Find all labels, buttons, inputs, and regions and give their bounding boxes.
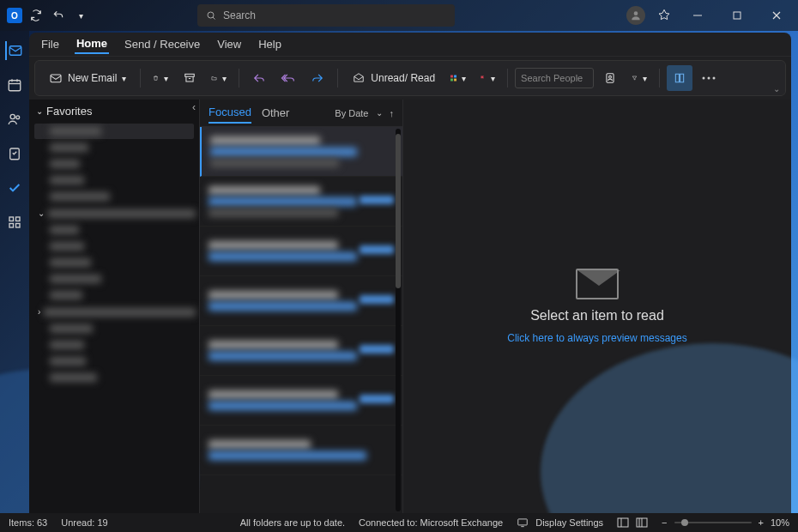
address-book-button[interactable] — [597, 65, 623, 91]
folder-item[interactable] — [34, 140, 194, 155]
minimize-button[interactable] — [683, 0, 712, 31]
titlebar-right — [626, 0, 791, 31]
view-reading-button[interactable] — [636, 517, 648, 528]
delete-button[interactable]: ▾ — [148, 65, 173, 91]
zoom-out-icon[interactable]: − — [662, 517, 667, 528]
svg-rect-22 — [450, 79, 453, 82]
folder-item[interactable] — [34, 239, 194, 254]
archive-button[interactable] — [177, 65, 203, 91]
favorites-section[interactable]: ⌄ Favorites — [29, 100, 199, 123]
status-items-count: Items: 63 — [9, 517, 47, 528]
always-preview-link[interactable]: Click here to always preview messages — [507, 332, 686, 344]
reply-button[interactable] — [246, 65, 272, 91]
chevron-down-icon: ⌄ — [38, 209, 45, 218]
svg-point-25 — [609, 76, 612, 78]
folder-item[interactable] — [34, 370, 194, 385]
scroll-thumb[interactable] — [396, 134, 401, 288]
book-icon — [674, 72, 686, 84]
flag-icon — [480, 72, 486, 84]
monitor-icon — [517, 517, 529, 528]
folder-item[interactable] — [34, 287, 194, 303]
status-sync: All folders are up to date. — [240, 517, 345, 528]
more-options-button[interactable] — [696, 65, 722, 91]
tab-help[interactable]: Help — [257, 35, 283, 53]
folder-item[interactable] — [34, 354, 194, 369]
search-people-placeholder: Search People — [521, 73, 583, 83]
message-item[interactable] — [200, 276, 402, 326]
rail-todo-icon[interactable] — [5, 178, 24, 197]
svg-point-26 — [703, 77, 705, 80]
zoom-value: 10% — [771, 517, 789, 528]
status-connection: Connected to: Microsoft Exchange — [359, 517, 503, 528]
account-header[interactable]: › — [29, 304, 199, 320]
rail-tasks-icon[interactable] — [5, 144, 24, 163]
tab-send-receive[interactable]: Send / Receive — [123, 35, 202, 53]
svg-rect-18 — [51, 75, 61, 82]
unread-read-button[interactable]: Unread/ Read — [345, 65, 442, 91]
view-normal-button[interactable] — [617, 517, 629, 528]
tab-home[interactable]: Home — [75, 34, 109, 54]
zoom-in-icon[interactable]: + — [759, 517, 764, 528]
display-settings-button[interactable]: Display Settings — [517, 517, 603, 528]
folder-item[interactable] — [34, 222, 194, 238]
folder-item[interactable] — [34, 172, 194, 188]
message-item[interactable] — [200, 426, 402, 475]
statusbar: Items: 63 Unread: 19 All folders are up … — [0, 513, 798, 532]
premium-icon[interactable] — [656, 7, 673, 24]
sort-control[interactable]: By Date ⌄ ↑ — [335, 108, 394, 118]
rail-mail-icon[interactable] — [5, 41, 24, 60]
message-item[interactable] — [200, 177, 402, 227]
new-email-button[interactable]: New Email ▾ — [42, 65, 133, 91]
svg-rect-19 — [185, 74, 195, 76]
svg-rect-23 — [454, 79, 456, 82]
qat-dropdown-icon[interactable]: ▾ — [72, 7, 89, 24]
close-button[interactable] — [762, 0, 791, 31]
message-list[interactable] — [200, 127, 402, 513]
folder-item[interactable] — [34, 189, 194, 204]
reply-all-button[interactable] — [275, 65, 301, 91]
tab-file[interactable]: File — [39, 35, 61, 53]
rail-people-icon[interactable] — [5, 110, 24, 129]
rail-more-icon[interactable] — [5, 213, 24, 232]
message-item[interactable] — [200, 326, 402, 376]
search-people-input[interactable]: Search People — [515, 68, 594, 88]
chevron-down-icon: ▾ — [164, 74, 168, 83]
account-header[interactable]: ⌄ — [29, 205, 199, 221]
svg-point-11 — [10, 114, 15, 118]
zoom-control[interactable]: − + 10% — [662, 517, 789, 528]
flag-button[interactable]: ▾ — [475, 65, 500, 91]
svg-rect-20 — [450, 76, 453, 78]
folder-item[interactable] — [34, 271, 194, 287]
sort-direction-icon[interactable]: ↑ — [390, 108, 395, 118]
immersive-reader-button[interactable] — [667, 65, 692, 91]
search-input[interactable]: Search — [197, 4, 455, 27]
unread-read-label: Unread/ Read — [371, 72, 435, 84]
folder-item[interactable] — [34, 337, 194, 353]
collapse-pane-icon[interactable]: ‹ — [192, 101, 196, 113]
zoom-slider[interactable] — [674, 522, 752, 523]
maximize-button[interactable] — [722, 0, 752, 31]
svg-point-27 — [708, 77, 710, 80]
account-avatar-icon[interactable] — [626, 6, 645, 25]
folder-item[interactable] — [34, 255, 194, 270]
reply-icon — [252, 72, 266, 84]
undo-icon[interactable] — [50, 7, 67, 24]
tab-view[interactable]: View — [215, 35, 243, 53]
folder-item[interactable] — [34, 124, 194, 139]
folder-item[interactable] — [34, 156, 194, 172]
tab-other[interactable]: Other — [262, 103, 290, 123]
categorize-button[interactable]: ▾ — [445, 65, 471, 91]
svg-rect-14 — [9, 217, 14, 221]
message-item[interactable] — [200, 127, 402, 177]
folder-item[interactable] — [34, 321, 194, 336]
ribbon-expand-icon[interactable]: ⌄ — [773, 84, 780, 94]
chevron-down-icon: ▾ — [462, 74, 466, 83]
filter-button[interactable]: ▾ — [626, 65, 652, 91]
rail-calendar-icon[interactable] — [5, 76, 24, 94]
message-item[interactable] — [200, 227, 402, 276]
tab-focused[interactable]: Focused — [209, 102, 251, 124]
move-button[interactable]: ▾ — [206, 65, 232, 91]
sync-icon[interactable] — [27, 7, 45, 24]
message-item[interactable] — [200, 376, 402, 426]
forward-button[interactable] — [305, 65, 330, 91]
